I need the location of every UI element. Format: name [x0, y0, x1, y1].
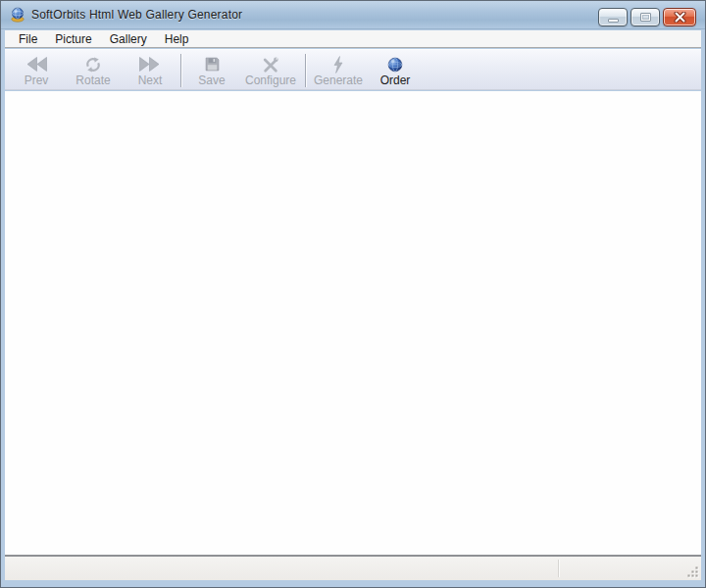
- rotate-button[interactable]: Rotate: [64, 53, 123, 88]
- app-globe-gallery-icon: [10, 7, 25, 23]
- next-button[interactable]: Next: [123, 53, 177, 88]
- save-icon: [204, 55, 221, 74]
- close-button[interactable]: [663, 8, 696, 26]
- window-controls: [598, 8, 696, 26]
- maximize-icon: [640, 13, 651, 22]
- toolbar: Prev Rotate Next: [5, 49, 701, 90]
- next-icon: [138, 55, 162, 74]
- resize-grip[interactable]: [686, 565, 700, 579]
- window-title: SoftOrbits Html Web Gallery Generator: [31, 8, 242, 22]
- minimize-button[interactable]: [598, 8, 628, 26]
- generate-icon: [330, 55, 346, 74]
- status-panel-left: [5, 557, 558, 580]
- menubar: File Picture Gallery Help: [5, 30, 701, 48]
- minimize-icon: [608, 19, 619, 23]
- order-button[interactable]: Order: [368, 53, 423, 88]
- toolbar-separator: [180, 54, 181, 87]
- menu-gallery[interactable]: Gallery: [101, 31, 156, 47]
- configure-button[interactable]: Configure: [239, 53, 302, 88]
- prev-button[interactable]: Prev: [9, 53, 64, 88]
- prev-icon: [25, 55, 48, 74]
- status-panel-right: [559, 557, 701, 580]
- menu-file[interactable]: File: [10, 31, 46, 47]
- save-button[interactable]: Save: [184, 53, 239, 88]
- close-icon: [674, 12, 686, 23]
- app-window: SoftOrbits Html Web Gallery Generator Fi…: [0, 0, 706, 588]
- menu-help[interactable]: Help: [156, 31, 198, 47]
- rotate-icon: [84, 55, 102, 74]
- generate-button[interactable]: Generate: [309, 53, 368, 88]
- toolbar-separator: [305, 54, 306, 87]
- menu-picture[interactable]: Picture: [46, 31, 100, 47]
- order-globe-icon: [387, 55, 403, 74]
- titlebar[interactable]: SoftOrbits Html Web Gallery Generator: [1, 1, 705, 29]
- configure-icon: [262, 55, 279, 74]
- maximize-button[interactable]: [630, 8, 660, 26]
- gallery-content-area[interactable]: [5, 91, 701, 555]
- statusbar: [5, 557, 701, 580]
